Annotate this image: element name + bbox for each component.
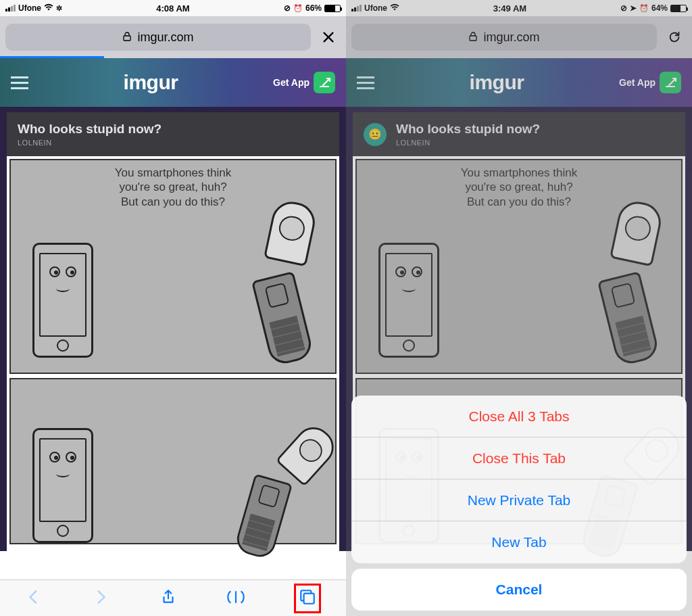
- location-icon: ➤: [630, 3, 637, 13]
- close-all-tabs-button[interactable]: Close All 3 Tabs: [351, 396, 687, 437]
- back-button[interactable]: [25, 588, 43, 609]
- url-field[interactable]: imgur.com: [351, 24, 657, 51]
- site-logo[interactable]: imgur: [470, 71, 524, 94]
- post-header[interactable]: Who looks stupid now? LOLNEIN: [7, 112, 339, 156]
- site-logo[interactable]: imgur: [124, 71, 178, 94]
- flipphone-drawing: [216, 405, 337, 559]
- post-image[interactable]: You smartphones think you're so great, h…: [7, 156, 339, 551]
- smartphone-drawing: [32, 428, 93, 543]
- signal-icon: [5, 5, 16, 11]
- smartphone-drawing: [32, 243, 93, 358]
- flipphone-drawing: [592, 197, 653, 359]
- get-app-label[interactable]: Get App: [273, 77, 310, 88]
- post-author: LOLNEIN: [18, 139, 162, 147]
- orientation-lock-icon: ⊘: [620, 3, 627, 13]
- orientation-lock-icon: ⊘: [284, 3, 291, 13]
- wifi-icon: [390, 3, 399, 13]
- url-text: imgur.com: [483, 30, 539, 45]
- safari-toolbar: [0, 579, 346, 616]
- new-private-tab-button[interactable]: New Private Tab: [351, 479, 687, 521]
- alarm-icon: ⏰: [639, 4, 649, 13]
- svg-rect-1: [304, 593, 314, 603]
- url-bar: imgur.com: [346, 16, 692, 58]
- alarm-icon: ⏰: [293, 4, 303, 13]
- menu-icon[interactable]: [357, 76, 374, 89]
- close-this-tab-button[interactable]: Close This Tab: [351, 437, 687, 479]
- post-title: Who looks stupid now?: [18, 122, 162, 137]
- app-icon[interactable]: [660, 72, 681, 93]
- status-bar: Ufone ✲ 4:08 AM ⊘ ⏰ 66%: [0, 0, 346, 16]
- carrier-label: Ufone: [18, 3, 41, 13]
- post-title: Who looks stupid now?: [396, 122, 540, 137]
- status-bar: Ufone 3:49 AM ⊘ ➤ ⏰ 64%: [346, 0, 692, 16]
- battery-pct-label: 64%: [651, 3, 668, 13]
- lock-icon: [468, 30, 478, 45]
- smartphone-drawing: [378, 243, 439, 358]
- post-container: Who looks stupid now? LOLNEIN You smartp…: [0, 107, 346, 551]
- battery-icon: [670, 5, 687, 12]
- site-header: imgur Get App: [0, 58, 346, 107]
- menu-icon[interactable]: [11, 76, 28, 89]
- wifi-icon: [44, 3, 53, 13]
- flipphone-drawing: [246, 197, 307, 359]
- url-text: imgur.com: [137, 30, 193, 45]
- loading-icon: ✲: [56, 4, 62, 13]
- comic-text: You smartphones think you're so great, h…: [397, 166, 641, 209]
- app-icon[interactable]: [314, 72, 335, 93]
- carrier-label: Ufone: [364, 3, 387, 13]
- avatar: 😐: [364, 123, 387, 146]
- stop-loading-button[interactable]: [316, 30, 341, 45]
- action-sheet: Close All 3 Tabs Close This Tab New Priv…: [351, 396, 687, 611]
- site-header: imgur Get App: [346, 58, 692, 107]
- tabs-button[interactable]: [294, 584, 321, 613]
- post-header[interactable]: 😐 Who looks stupid now? LOLNEIN: [353, 112, 685, 156]
- cancel-button[interactable]: Cancel: [351, 569, 687, 611]
- refresh-button[interactable]: [662, 30, 687, 45]
- signal-icon: [351, 5, 362, 11]
- battery-pct-label: 66%: [305, 3, 322, 13]
- new-tab-button[interactable]: New Tab: [351, 521, 687, 563]
- share-button[interactable]: [159, 588, 177, 609]
- clock-label: 3:49 AM: [493, 3, 526, 14]
- bookmarks-button[interactable]: [227, 588, 245, 609]
- battery-icon: [324, 5, 341, 12]
- page-load-progress: [0, 56, 104, 58]
- clock-label: 4:08 AM: [156, 3, 189, 14]
- url-bar: imgur.com: [0, 16, 346, 58]
- get-app-label[interactable]: Get App: [619, 77, 656, 88]
- post-author: LOLNEIN: [396, 139, 540, 147]
- forward-button[interactable]: [92, 588, 109, 609]
- url-field[interactable]: imgur.com: [5, 24, 311, 51]
- lock-icon: [122, 30, 132, 45]
